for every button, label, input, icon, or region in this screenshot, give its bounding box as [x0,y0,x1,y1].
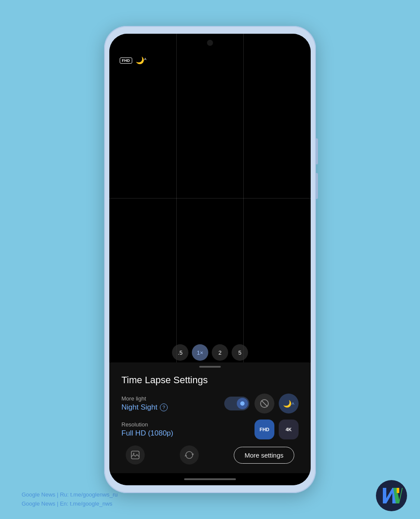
svg-rect-5 [131,451,139,459]
top-indicators: FHD 🌙A [120,56,146,64]
night-sight-toggle[interactable] [224,397,249,410]
toggle-thumb [237,398,248,409]
4k-res-btn[interactable]: 4K [279,420,299,439]
more-light-label: More light [121,395,224,402]
gallery-btn[interactable] [126,445,145,465]
fhd-res-btn[interactable]: FHD [255,420,274,439]
zoom-btn-2[interactable]: 2 [212,344,228,361]
resolution-row: Resolution Full HD (1080p) FHD 4K [121,420,299,439]
home-indicator [109,473,311,485]
svg-point-6 [133,453,134,454]
settings-panel: Time Lapse Settings More light Night Sig… [109,362,311,473]
night-sight-options: 🌙A [255,394,299,413]
settings-title: Time Lapse Settings [121,375,299,386]
auto-night-btn[interactable]: 🌙A [279,394,299,413]
resolution-value: Full HD (1080p) [121,429,255,438]
zoom-btn-05[interactable]: .5 [172,344,188,361]
drag-handle[interactable] [199,366,221,368]
more-settings-button[interactable]: More settings [234,447,294,464]
watermark: Google News | Ru: t.me/googlenws_ru Goog… [22,490,118,509]
zoom-row: .5 1× 2 5 [109,341,311,362]
resolution-text: Full HD (1080p) [121,429,173,438]
nv-logo [376,480,407,511]
power-button[interactable] [316,138,318,164]
toggle-dot [240,401,245,406]
front-camera [207,40,213,46]
resolution-label-group: Resolution Full HD (1080p) [121,421,255,438]
night-toggle-area [224,397,255,410]
svg-line-4 [261,400,267,407]
phone-frame: FHD 🌙A .5 1× 2 5 Time Lapse Settings Mor… [104,26,316,493]
watermark-line2: Google News | En: t.me/google_nws [22,500,118,509]
night-sight-value: Night Sight ? [121,403,224,412]
svg-marker-2 [397,488,399,493]
camera-controls: More settings [121,445,299,465]
grid-horizontal-1 [109,198,311,199]
night-sight-row: More light Night Sight ? [121,394,299,413]
disable-night-btn[interactable] [255,394,274,413]
watermark-line1: Google News | Ru: t.me/googlenws_ru [22,490,118,500]
home-bar[interactable] [184,478,236,480]
grid-lines [109,34,311,362]
phone-screen: FHD 🌙A .5 1× 2 5 Time Lapse Settings Mor… [109,34,311,485]
night-sight-text: Night Sight [121,403,157,412]
fhd-badge[interactable]: FHD [120,58,132,64]
resolution-buttons: FHD 4K [255,420,299,439]
night-auto-icon[interactable]: 🌙A [136,56,146,64]
flip-camera-btn[interactable] [180,445,199,465]
resolution-label: Resolution [121,421,255,428]
help-icon[interactable]: ? [160,404,168,411]
night-sight-label-group: More light Night Sight ? [121,395,224,412]
camera-viewfinder[interactable]: FHD 🌙A .5 1× 2 5 [109,34,311,362]
volume-button[interactable] [316,173,318,199]
zoom-btn-1x[interactable]: 1× [192,344,208,361]
zoom-btn-5[interactable]: 5 [232,344,248,361]
